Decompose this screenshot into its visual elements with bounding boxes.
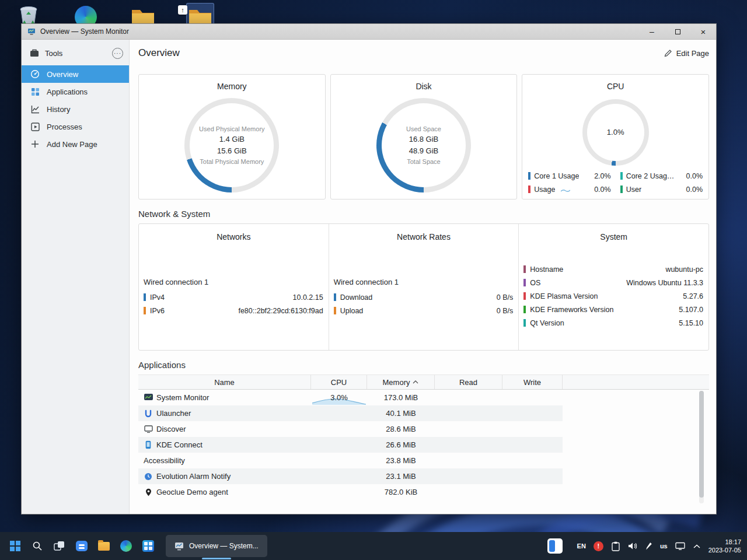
- close-button[interactable]: ×: [690, 24, 716, 39]
- notification-badge-icon[interactable]: !: [594, 541, 603, 551]
- app-icon: [27, 27, 36, 36]
- table-row[interactable]: Ulauncher 40.1 MiB: [138, 405, 563, 421]
- titlebar[interactable]: Overview — System Monitor – ×: [22, 24, 716, 40]
- overview-icon: [30, 69, 40, 79]
- app-name: Discover: [156, 425, 186, 433]
- system-monitor-window: Overview — System Monitor – × Tools ···: [21, 23, 717, 514]
- plus-icon: [30, 139, 40, 149]
- sidebar-item-label: History: [47, 105, 70, 114]
- sidebar-item-add-new-page[interactable]: Add New Page: [22, 135, 129, 153]
- active-task-indicator: [202, 558, 231, 559]
- memory-cell: 40.1 MiB: [367, 405, 435, 421]
- search-button[interactable]: [28, 534, 47, 558]
- cpu-cell: [311, 468, 367, 484]
- sensor-row: OS Windows Ubuntu 11.3.3: [519, 276, 708, 289]
- sidebar: Tools ··· Overview Applications: [22, 40, 130, 514]
- volume-icon[interactable]: [628, 542, 638, 550]
- row-value: 0 B/s: [497, 307, 514, 315]
- keyboard-layout-indicator[interactable]: us: [660, 542, 668, 550]
- overflow-menu-button[interactable]: ···: [112, 48, 123, 59]
- read-cell: [435, 405, 502, 421]
- tools-menu[interactable]: Tools ···: [22, 43, 129, 63]
- memory-total-value: 15.6 GiB: [217, 145, 247, 157]
- write-cell: [502, 421, 563, 437]
- read-cell: [435, 421, 502, 437]
- column-header-read[interactable]: Read: [435, 375, 502, 389]
- memory-cell: 28.6 MiB: [367, 421, 435, 437]
- column-header-write[interactable]: Write: [502, 375, 563, 389]
- table-row[interactable]: Discover 28.6 MiB: [138, 421, 563, 437]
- table-row[interactable]: Geoclue Demo agent 782.0 KiB: [138, 484, 563, 500]
- legend-value: 0.0%: [686, 186, 703, 194]
- file-explorer-button[interactable]: [95, 534, 113, 558]
- cpu-cell: [311, 437, 367, 453]
- widgets-button[interactable]: [139, 534, 158, 558]
- sidebar-item-overview[interactable]: Overview: [22, 65, 129, 83]
- chat-button[interactable]: [72, 534, 91, 558]
- table-row[interactable]: Accessibility 23.8 MiB: [138, 453, 563, 468]
- sidebar-item-label: Overview: [47, 70, 78, 79]
- row-label: KDE Frameworks Version: [530, 306, 613, 314]
- write-cell: [502, 405, 563, 421]
- sidebar-item-applications[interactable]: Applications: [22, 83, 129, 100]
- app-name: Accessibility: [144, 456, 185, 465]
- legend-value: 2.0%: [594, 172, 611, 180]
- virtual-desktop-icon[interactable]: [547, 538, 563, 554]
- column-header-cpu[interactable]: CPU: [311, 375, 367, 389]
- pen-icon[interactable]: [645, 542, 652, 551]
- cpu-cell: [311, 453, 367, 468]
- row-swatch: [523, 292, 526, 300]
- active-task[interactable]: Overview — System...: [166, 535, 267, 557]
- edit-page-button[interactable]: Edit Page: [664, 49, 709, 58]
- table-row[interactable]: System Monitor 3.0% 173.0 MiB: [138, 390, 563, 405]
- cpu-card-title: CPU: [522, 82, 708, 91]
- maximize-button[interactable]: [665, 24, 690, 39]
- chevron-up-icon[interactable]: [693, 544, 701, 549]
- active-task-label: Overview — System...: [189, 542, 259, 550]
- column-header-name[interactable]: Name: [138, 375, 311, 389]
- memory-cell: 782.0 KiB: [367, 484, 435, 500]
- display-tray-icon[interactable]: [675, 542, 685, 550]
- start-button[interactable]: [6, 534, 25, 558]
- discover-icon: [144, 425, 153, 434]
- taskbar-clock[interactable]: 18:17 2023-07-05: [708, 538, 741, 554]
- table-row[interactable]: Evolution Alarm Notify 23.1 MiB: [138, 468, 563, 484]
- widgets-icon: [142, 540, 154, 552]
- legend-swatch: [620, 172, 623, 180]
- memory-gauge: Used Physical Memory 1.4 GiB 15.6 GiB To…: [184, 98, 279, 192]
- sidebar-item-label: Applications: [47, 88, 88, 96]
- legend-item: Usage 0.0%: [528, 183, 610, 195]
- table-row[interactable]: KDE Connect 26.6 MiB: [138, 437, 563, 453]
- ulauncher-icon: [144, 409, 153, 418]
- app-name: Evolution Alarm Notify: [156, 472, 231, 481]
- column-header-memory[interactable]: Memory: [367, 375, 435, 389]
- write-cell: [502, 453, 563, 468]
- network-system-card: Networks Wired connection 1 IPv4 10.0.2.…: [138, 223, 709, 351]
- sensor-row: Download 0 B/s: [329, 290, 519, 304]
- table-scrollbar[interactable]: [699, 391, 704, 503]
- row-value: 10.0.2.15: [293, 293, 323, 302]
- row-swatch: [144, 307, 146, 314]
- row-label: Download: [340, 293, 373, 302]
- browser-button[interactable]: [117, 534, 135, 558]
- row-label: IPv6: [150, 307, 165, 315]
- legend-label: User: [626, 186, 641, 194]
- sensor-row: Qt Version 5.15.10: [519, 316, 708, 330]
- row-label: Hostname: [530, 265, 563, 274]
- language-indicator[interactable]: EN: [577, 542, 586, 550]
- task-view-button[interactable]: [50, 534, 69, 558]
- header-filler: [563, 375, 709, 389]
- sidebar-item-processes[interactable]: Processes: [22, 118, 129, 135]
- sidebar-item-history[interactable]: History: [22, 100, 129, 118]
- scrollbar-thumb[interactable]: [699, 391, 704, 498]
- sidebar-item-label: Processes: [47, 123, 82, 131]
- search-icon: [32, 541, 43, 551]
- cpu-gauge: 1.0%: [582, 99, 649, 166]
- minimize-button[interactable]: –: [639, 24, 665, 39]
- row-swatch: [144, 293, 146, 301]
- memory-caption-bottom: Total Physical Memory: [200, 157, 264, 166]
- app-name: Geoclue Demo agent: [156, 488, 228, 496]
- sidebar-item-label: Add New Page: [47, 140, 97, 149]
- disk-caption-top: Used Space: [406, 124, 441, 134]
- clipboard-icon[interactable]: [611, 541, 620, 551]
